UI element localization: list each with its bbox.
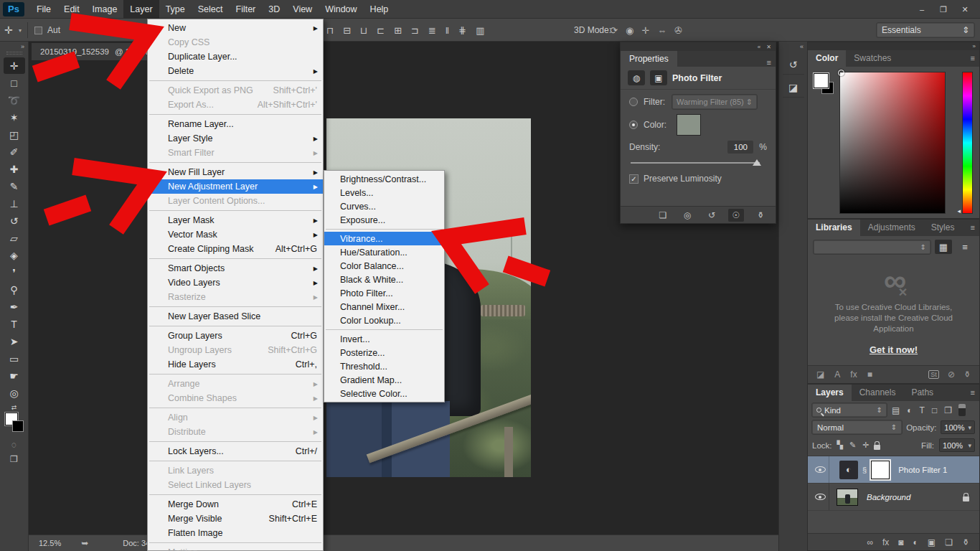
menu-item-hide-layers[interactable]: Hide Layers Ctrl+, ▶ bbox=[148, 357, 323, 372]
link-layers-icon[interactable]: ∞ bbox=[867, 537, 873, 547]
filter-type-layers-icon[interactable]: T bbox=[920, 405, 925, 415]
export-panel-icon[interactable]: ◪ bbox=[783, 77, 804, 98]
new-group-icon[interactable]: ▣ bbox=[928, 537, 936, 547]
menubar-item-window[interactable]: Window bbox=[319, 0, 363, 19]
menu-item-select-linked-layers[interactable]: Select Linked Layers ▶ bbox=[148, 478, 323, 492]
menubar-item-select[interactable]: Select bbox=[192, 0, 230, 19]
tab-color[interactable]: Color bbox=[808, 50, 846, 67]
filter-smart-objects-icon[interactable]: ❐ bbox=[944, 405, 952, 415]
history-brush-tool[interactable]: ↺ bbox=[4, 212, 25, 229]
crop-tool[interactable]: ◰ bbox=[4, 126, 25, 143]
hue-slider[interactable] bbox=[962, 72, 973, 214]
menu-item-video-layers[interactable]: Video Layers ▶ bbox=[148, 276, 323, 290]
layer-filtering-toggle[interactable] bbox=[958, 404, 966, 416]
screen-mode-button[interactable]: ❐ bbox=[10, 454, 18, 464]
layers-panel-menu-icon[interactable]: ≡ bbox=[941, 385, 979, 401]
distribute-spacing-icon[interactable]: ▥ bbox=[476, 25, 484, 36]
menu-item-duplicate-layer[interactable]: Duplicate Layer... ▶ bbox=[148, 50, 323, 64]
toolbar-collapse-icon[interactable]: » bbox=[0, 42, 28, 52]
align-top-edges-icon[interactable]: ⊓ bbox=[326, 25, 334, 36]
menu-item-layer-content-options[interactable]: Layer Content Options... ▶ bbox=[148, 194, 323, 208]
align-left-edges-icon[interactable]: ⊏ bbox=[377, 25, 385, 36]
menu-item-smart-objects[interactable]: Smart Objects ▶ bbox=[148, 261, 323, 276]
menu-item-flatten-image[interactable]: Flatten Image ▶ bbox=[148, 526, 323, 540]
workspace-switcher[interactable]: Essentials ⇕ bbox=[877, 23, 974, 37]
zoom-tool[interactable]: ◎ bbox=[4, 385, 25, 401]
submenu-item-exposure[interactable]: Exposure... bbox=[324, 213, 444, 227]
dock-expand-icon[interactable]: » bbox=[808, 42, 979, 50]
blend-mode-dropdown[interactable]: Normal ⇕ bbox=[812, 420, 902, 434]
libraries-panel-menu-icon[interactable]: ≡ bbox=[962, 220, 979, 236]
menubar-item-layer[interactable]: Layer bbox=[123, 0, 159, 19]
submenu-item-invert[interactable]: Invert... bbox=[324, 332, 444, 346]
submenu-item-vibrance[interactable]: Vibrance... bbox=[324, 232, 444, 245]
saturation-brightness-field[interactable] bbox=[839, 72, 946, 214]
color-panel-menu-icon[interactable]: ≡ bbox=[899, 50, 979, 67]
library-select-dropdown[interactable]: ⇕ bbox=[814, 240, 930, 254]
magic-wand-tool[interactable]: ✶ bbox=[4, 109, 25, 126]
delete-icon[interactable]: ⚱ bbox=[963, 369, 971, 380]
blur-tool[interactable]: ❜ bbox=[4, 264, 25, 281]
menu-item-merge-visible[interactable]: Merge Visible Shift+Ctrl+E ▶ bbox=[148, 512, 323, 526]
menu-item-quick-export-as-png[interactable]: Quick Export as PNG Shift+Ctrl+' ▶ bbox=[148, 83, 323, 98]
submenu-item-levels[interactable]: Levels... bbox=[324, 186, 444, 199]
lock-transparency-icon[interactable]: ▚ bbox=[837, 441, 843, 450]
marquee-tool[interactable]: □ bbox=[4, 75, 25, 91]
layer-name[interactable]: Photo Filter 1 bbox=[898, 466, 947, 474]
align-horizontal-centers-icon[interactable]: ⊞ bbox=[394, 25, 402, 36]
lock-position-icon[interactable]: ✛ bbox=[862, 441, 869, 450]
grid-view-icon[interactable]: ▦ bbox=[935, 240, 952, 254]
distribute-top-edges-icon[interactable]: ≣ bbox=[428, 25, 436, 36]
menubar-item-filter[interactable]: Filter bbox=[230, 0, 263, 19]
menubar-item-3d[interactable]: 3D bbox=[262, 0, 286, 19]
menu-item-lock-layers[interactable]: Lock Layers... Ctrl+/ ▶ bbox=[148, 444, 323, 458]
menu-item-align[interactable]: Align ▶ bbox=[148, 410, 323, 425]
hand-tool[interactable]: ☛ bbox=[4, 367, 25, 384]
submenu-item-color-lookup[interactable]: Color Lookup... bbox=[324, 314, 444, 327]
healing-brush-tool[interactable]: ✚ bbox=[4, 161, 25, 177]
3d-rotate-icon[interactable]: ⟳ bbox=[610, 25, 618, 36]
submenu-item-photo-filter[interactable]: Photo Filter... bbox=[324, 286, 444, 300]
filter-kind-dropdown[interactable]: Kind ⇕ bbox=[812, 403, 887, 417]
menubar-item-image[interactable]: Image bbox=[86, 0, 124, 19]
tool-preset-caret-icon[interactable]: ▾ bbox=[19, 19, 22, 42]
menu-item-new-layer-based-slice[interactable]: New Layer Based Slice ▶ bbox=[148, 309, 323, 324]
menu-item-link-layers[interactable]: Link Layers ▶ bbox=[148, 463, 323, 478]
add-layer-mask-icon[interactable]: ◙ bbox=[898, 537, 903, 547]
close-button[interactable]: ✕ bbox=[956, 3, 974, 16]
get-it-now-link[interactable]: Get it now! bbox=[870, 344, 918, 355]
submenu-item-posterize[interactable]: Posterize... bbox=[324, 346, 444, 359]
minimize-button[interactable]: – bbox=[913, 3, 931, 16]
eyedropper-tool[interactable]: ✐ bbox=[4, 143, 25, 160]
reset-icon[interactable]: ↺ bbox=[704, 209, 720, 222]
auto-select-checkbox[interactable] bbox=[34, 19, 42, 42]
collapse-panel-icon[interactable]: « bbox=[758, 44, 760, 50]
submenu-item-curves[interactable]: Curves... bbox=[324, 199, 444, 213]
submenu-item-hue-saturation[interactable]: Hue/Saturation... bbox=[324, 245, 444, 259]
tab-layers[interactable]: Layers bbox=[808, 385, 852, 401]
adobe-stock-icon[interactable]: St bbox=[928, 370, 939, 379]
mask-link-icon[interactable]: § bbox=[862, 466, 867, 474]
submenu-item-gradient-map[interactable]: Gradient Map... bbox=[324, 373, 444, 387]
menu-item-matting[interactable]: Matting ▶ bbox=[148, 545, 323, 551]
add-graphic-icon[interactable]: ◪ bbox=[816, 369, 824, 380]
filter-radio[interactable] bbox=[629, 98, 638, 106]
lock-all-icon[interactable] bbox=[874, 445, 880, 450]
slider-thumb[interactable] bbox=[753, 159, 761, 166]
add-character-style-icon[interactable]: A bbox=[834, 369, 840, 380]
align-right-edges-icon[interactable]: ⊐ bbox=[411, 25, 419, 36]
layer-name[interactable]: Background bbox=[867, 493, 910, 501]
close-panel-icon[interactable]: ✕ bbox=[766, 44, 771, 50]
tab-swatches[interactable]: Swatches bbox=[846, 50, 899, 67]
layer-row-photo-filter[interactable]: ◐ § Photo Filter 1 bbox=[808, 456, 979, 484]
submenu-item-channel-mixer[interactable]: Channel Mixer... bbox=[324, 300, 444, 314]
layer-row-background[interactable]: Background bbox=[808, 484, 979, 511]
filter-adjustment-layers-icon[interactable]: ◐ bbox=[907, 405, 912, 415]
dodge-tool[interactable]: ⚲ bbox=[4, 281, 25, 298]
menu-item-new[interactable]: New ▶ bbox=[148, 21, 323, 35]
add-color-icon[interactable]: ■ bbox=[867, 369, 872, 380]
preserve-luminosity-checkbox[interactable]: ✓ bbox=[629, 174, 639, 184]
color-picker-cursor[interactable] bbox=[838, 70, 844, 76]
adjustment-layer-thumbnail[interactable]: ◐ bbox=[839, 461, 858, 479]
delete-icon[interactable]: ⚱ bbox=[753, 209, 768, 222]
